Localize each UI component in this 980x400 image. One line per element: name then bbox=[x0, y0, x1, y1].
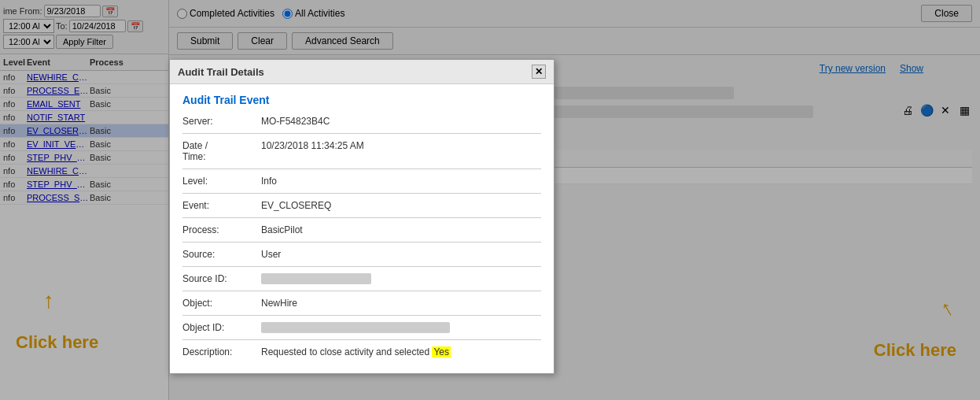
source-value: User bbox=[261, 249, 541, 260]
level-field: Level: Info bbox=[182, 176, 541, 187]
object-id-field: Object ID: bbox=[182, 322, 541, 333]
modal-title: Audit Trail Details bbox=[178, 66, 264, 78]
datetime-value: 10/23/2018 11:34:25 AM bbox=[261, 140, 541, 151]
source-label: Source: bbox=[182, 249, 261, 260]
source-id-field: Source ID: bbox=[182, 273, 541, 284]
description-field: Description: Requested to close activity… bbox=[182, 346, 541, 357]
source-id-value bbox=[261, 273, 371, 284]
process-value: BasicPilot bbox=[261, 224, 541, 235]
server-value: MO-F54823B4C bbox=[261, 116, 541, 127]
divider-7 bbox=[182, 291, 541, 291]
divider-1 bbox=[182, 133, 541, 134]
object-field: Object: NewHire bbox=[182, 298, 541, 309]
server-label: Server: bbox=[182, 116, 261, 127]
modal-dialog: Audit Trail Details ✕ Audit Trail Event … bbox=[169, 59, 554, 374]
server-field: Server: MO-F54823B4C bbox=[182, 116, 541, 127]
source-id-label: Source ID: bbox=[182, 273, 261, 284]
process-label: Process: bbox=[182, 224, 261, 235]
modal-section-title: Audit Trail Event bbox=[182, 94, 541, 106]
description-value: Requested to close activity and selected… bbox=[261, 346, 541, 357]
divider-5 bbox=[182, 242, 541, 243]
divider-2 bbox=[182, 169, 541, 169]
event-label: Event: bbox=[182, 200, 261, 211]
datetime-field: Date /Time: 10/23/2018 11:34:25 AM bbox=[182, 140, 541, 162]
process-field: Process: BasicPilot bbox=[182, 224, 541, 235]
modal-title-bar: Audit Trail Details ✕ bbox=[170, 60, 554, 84]
divider-9 bbox=[182, 339, 541, 340]
object-label: Object: bbox=[182, 298, 261, 309]
main-container: ime From: 📅 12:00 AM To: 📅 12:00 AM Appl… bbox=[0, 0, 980, 400]
source-field: Source: User bbox=[182, 249, 541, 260]
divider-6 bbox=[182, 266, 541, 267]
event-field: Event: EV_CLOSEREQ bbox=[182, 200, 541, 211]
description-text-part: Requested to close activity and selected bbox=[261, 346, 432, 357]
modal-body: Audit Trail Event Server: MO-F54823B4C D… bbox=[170, 84, 554, 373]
object-value: NewHire bbox=[261, 298, 541, 309]
object-id-label: Object ID: bbox=[182, 322, 261, 333]
datetime-label: Date /Time: bbox=[182, 140, 261, 162]
divider-4 bbox=[182, 217, 541, 218]
description-highlight: Yes bbox=[432, 346, 451, 357]
divider-8 bbox=[182, 315, 541, 316]
event-value: EV_CLOSEREQ bbox=[261, 200, 541, 211]
modal-close-button[interactable]: ✕ bbox=[532, 65, 546, 79]
level-label: Level: bbox=[182, 176, 261, 187]
description-label: Description: bbox=[182, 346, 261, 357]
object-id-value bbox=[261, 322, 450, 333]
level-value: Info bbox=[261, 176, 541, 187]
divider-3 bbox=[182, 193, 541, 194]
